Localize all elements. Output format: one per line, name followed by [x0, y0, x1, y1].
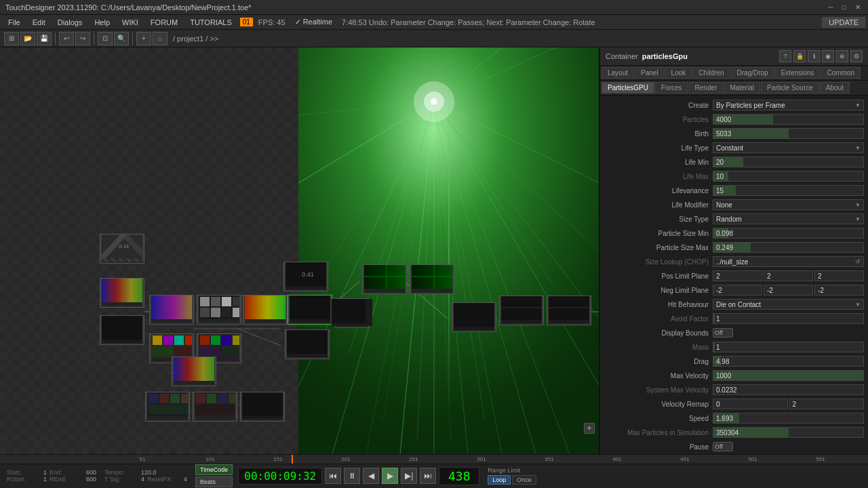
node-n8[interactable] [362, 264, 407, 294]
prop-size-type-value[interactable]: Random [713, 214, 864, 224]
props-copy-btn[interactable]: ⊕ [836, 50, 848, 62]
toolbar-undo[interactable]: ↩ [59, 32, 74, 45]
props-lock-btn[interactable]: 🔒 [793, 50, 806, 62]
props-help-btn[interactable]: ? [779, 50, 791, 62]
prop-neg-limit-y[interactable]: -2 [764, 285, 813, 296]
timecode-display[interactable]: 00:00:09:32 [238, 468, 322, 485]
skip-to-end-btn[interactable]: ⏭ [420, 468, 436, 484]
toolbar-save[interactable]: 💾 [37, 32, 52, 45]
node-n4[interactable] [197, 295, 241, 325]
tab-children[interactable]: Children [692, 67, 730, 79]
toolbar-open[interactable]: 📂 [20, 32, 35, 45]
prop-life-modifier-value[interactable]: None [713, 199, 864, 210]
realtime-toggle[interactable]: ✓ Realtime [291, 16, 336, 28]
tab-particle-source[interactable]: Particle Source [761, 82, 819, 94]
step-forward-btn[interactable]: ▶| [401, 468, 417, 484]
tab-forces[interactable]: Forces [655, 82, 688, 94]
prop-particles-slider[interactable]: 4000 [713, 114, 864, 125]
toolbar-zoom[interactable]: 🔍 [114, 32, 129, 45]
add-node-button[interactable]: + [584, 423, 595, 434]
node-n20[interactable]: 0.41 [100, 234, 144, 264]
node-n6-selected[interactable] [288, 295, 332, 325]
tab-panel[interactable]: Panel [635, 67, 665, 79]
tab-layout[interactable]: Layout [601, 67, 634, 79]
node-n17[interactable] [145, 392, 190, 422]
prop-hit-behaviour-value[interactable]: Die on Contact [713, 299, 864, 310]
node-n7[interactable] [335, 298, 369, 328]
prop-pos-limit-z[interactable]: 2 [814, 270, 864, 281]
prop-pos-limit-y[interactable]: 2 [764, 270, 813, 281]
props-info-btn[interactable]: ℹ [808, 50, 820, 62]
prop-size-lookup-value[interactable]: ../null_size ↺ [713, 256, 864, 267]
node-n9[interactable] [410, 264, 454, 294]
toolbar-home[interactable]: ⌂ [153, 32, 167, 45]
node-n5[interactable] [243, 295, 288, 325]
prop-drag-slider[interactable]: 4.98 [713, 356, 864, 367]
node-n18[interactable] [193, 392, 237, 422]
beats-mode-btn[interactable]: Beats [195, 476, 233, 487]
tab-particlesgpu[interactable]: ParticlesGPU [601, 82, 654, 94]
menu-edit[interactable]: Edit [27, 17, 51, 28]
menu-help[interactable]: Help [89, 17, 115, 28]
toolbar-add[interactable]: + [136, 32, 151, 45]
prop-particle-size-min-slider[interactable]: 0.098 [713, 228, 864, 239]
once-btn[interactable]: Once [512, 475, 536, 485]
node-n12[interactable] [547, 296, 591, 325]
menu-dialogs[interactable]: Dialogs [52, 17, 88, 28]
tab-extensions[interactable]: Extensions [775, 67, 821, 79]
prop-neg-limit-z[interactable]: -2 [814, 285, 864, 296]
toolbar-new[interactable]: ⊞ [4, 32, 19, 45]
prop-lifevariance-slider[interactable]: 15 [713, 185, 864, 196]
prop-max-velocity-slider[interactable]: 1000 [713, 370, 864, 381]
play-btn[interactable]: ▶ [382, 468, 398, 484]
tab-dragdrop[interactable]: Drag/Drop [731, 67, 774, 79]
props-settings-btn[interactable]: ⚙ [850, 50, 863, 62]
node-n3[interactable] [149, 295, 194, 325]
prop-max-particles-slider[interactable]: 350304 [713, 427, 864, 438]
node-n16[interactable] [172, 357, 216, 386]
node-n10[interactable] [452, 302, 496, 332]
prop-display-bounds-toggle[interactable]: Off [713, 328, 733, 338]
node-n11[interactable] [499, 296, 544, 325]
minimize-btn[interactable]: ─ [826, 3, 835, 12]
prop-velocity-remap-min[interactable]: 0 [713, 399, 788, 409]
prop-velocity-remap-max[interactable]: 2 [789, 399, 865, 409]
step-back-btn[interactable]: ◀ [363, 468, 379, 484]
node-n2[interactable] [100, 315, 144, 345]
node-n15[interactable] [285, 329, 330, 359]
node-editor[interactable]: 0.41 [0, 47, 599, 454]
pause-btn[interactable]: ⏸ [344, 468, 360, 484]
prop-neg-limit-x[interactable]: -2 [713, 285, 762, 296]
menu-file[interactable]: File [3, 17, 26, 28]
close-btn[interactable]: ✕ [853, 3, 863, 12]
node-n19[interactable] [240, 392, 285, 422]
menu-forum[interactable]: FORUM [145, 17, 183, 28]
menu-wiki[interactable]: WIKI [117, 17, 144, 28]
props-viewer-btn[interactable]: ◉ [822, 50, 834, 62]
frame-counter[interactable]: 438 [439, 467, 479, 485]
prop-pause-toggle[interactable]: Off [713, 442, 733, 451]
maximize-btn[interactable]: □ [840, 3, 849, 12]
prop-pos-limit-x[interactable]: 2 [713, 270, 762, 281]
prop-mass-slider[interactable]: 1 [713, 342, 864, 352]
prop-life-max-slider[interactable]: 10 [713, 171, 864, 182]
tab-about[interactable]: About [820, 82, 850, 94]
prop-particle-size-max-slider[interactable]: 0.249 [713, 242, 864, 253]
timecode-mode-btn[interactable]: TimeCode [195, 464, 233, 475]
node-n21[interactable]: 0.41 [283, 262, 328, 291]
prop-speed-slider[interactable]: 1.693 [713, 413, 864, 424]
prop-birth-slider[interactable]: 5033 [713, 128, 864, 139]
prop-create-value[interactable]: By Particles per Frame [713, 100, 864, 110]
menu-tutorials[interactable]: TUTORIALS [184, 17, 237, 28]
node-n1[interactable] [100, 278, 144, 308]
skip-to-start-btn[interactable]: ⏮ [325, 468, 341, 484]
prop-life-type-value[interactable]: Constant [713, 142, 864, 153]
tab-common[interactable]: Common [821, 67, 861, 79]
toolbar-layout[interactable]: ⊡ [98, 32, 113, 45]
update-button[interactable]: UPDATE [822, 17, 865, 28]
prop-avoid-factor-slider[interactable]: 1 [713, 313, 864, 324]
prop-life-min-slider[interactable]: 20 [713, 157, 864, 167]
toolbar-redo[interactable]: ↪ [75, 32, 90, 45]
tab-look[interactable]: Look [665, 67, 692, 79]
tab-render[interactable]: Render [689, 82, 724, 94]
